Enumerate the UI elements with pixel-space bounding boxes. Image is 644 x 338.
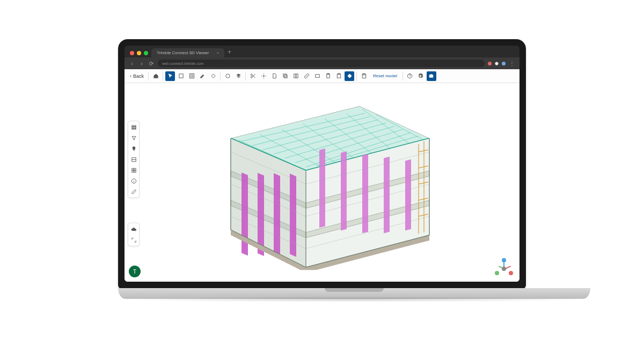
grid-icon[interactable] [130, 166, 137, 174]
svg-rect-56 [341, 151, 347, 231]
svg-rect-2 [191, 75, 193, 77]
url-input[interactable]: web.connect.trimble.com [158, 60, 485, 67]
svg-rect-19 [131, 127, 135, 128]
separator [245, 72, 246, 80]
document-icon[interactable] [269, 71, 279, 81]
close-window-icon[interactable] [130, 51, 134, 55]
axis-z-icon [502, 258, 506, 262]
maximize-window-icon[interactable] [144, 51, 148, 55]
svg-rect-59 [405, 159, 411, 231]
separator [356, 72, 357, 80]
url-text: web.connect.trimble.com [162, 62, 203, 65]
minimize-window-icon[interactable] [137, 51, 141, 55]
briefcase-icon[interactable] [427, 71, 436, 81]
screen-bezel: Trimble Connect 3D Viewer × + ‹ › ⟳ web.… [118, 39, 526, 289]
svg-rect-57 [362, 154, 368, 233]
clip-icon[interactable] [130, 156, 137, 163]
circle-icon[interactable] [223, 71, 232, 81]
back-label: Back [133, 74, 144, 79]
profile-icon[interactable] [502, 62, 506, 65]
laptop-base [118, 288, 590, 299]
link-icon[interactable] [302, 71, 311, 81]
layers-panel-icon[interactable] [130, 123, 137, 131]
save-icon[interactable] [359, 71, 369, 81]
rect-icon[interactable] [312, 71, 322, 81]
expand-icon[interactable] [130, 236, 137, 244]
reset-label: Reset model [373, 74, 397, 78]
chevron-left-icon: ‹ [130, 74, 131, 79]
svg-rect-11 [315, 75, 319, 78]
svg-rect-1 [189, 74, 194, 78]
svg-rect-0 [179, 74, 182, 78]
measure-icon[interactable] [130, 188, 137, 195]
filter-icon[interactable] [130, 134, 137, 142]
svg-point-3 [225, 74, 229, 78]
fit-view-icon[interactable] [187, 71, 196, 81]
help-icon[interactable] [405, 71, 415, 81]
nav-back-icon[interactable]: ‹ [129, 61, 135, 67]
info-icon[interactable] [130, 177, 137, 185]
svg-rect-8 [283, 74, 286, 77]
svg-rect-24 [131, 170, 133, 172]
settings-alt-icon[interactable] [259, 71, 268, 81]
separator [163, 72, 163, 80]
clipboard-icon[interactable] [323, 71, 333, 81]
svg-rect-54 [290, 174, 296, 257]
browser-tab-strip: Trimble Connect 3D Viewer × + [125, 46, 519, 57]
new-tab-button[interactable]: + [224, 48, 235, 57]
badge-text: T [133, 269, 136, 275]
laptop-frame: Trimble Connect 3D Viewer × + ‹ › ⟳ web.… [118, 39, 526, 299]
svg-rect-53 [274, 173, 280, 256]
status-badge[interactable]: T [129, 266, 141, 277]
axis-x-icon [509, 271, 513, 275]
diamond-icon[interactable] [345, 71, 354, 81]
side-toolbar-secondary [128, 223, 140, 246]
separator [148, 72, 149, 80]
app-viewer: ‹ Back [125, 69, 519, 282]
svg-rect-10 [296, 74, 297, 78]
gear-icon[interactable] [416, 71, 426, 81]
edit-icon[interactable] [197, 71, 207, 81]
section-icon[interactable] [208, 71, 218, 81]
reset-model-button[interactable]: Reset model [370, 74, 400, 78]
home-icon[interactable] [151, 71, 160, 81]
back-button[interactable]: ‹ Back [128, 74, 146, 79]
top-toolbar: ‹ Back [125, 69, 519, 83]
layers-icon[interactable] [233, 71, 243, 81]
svg-rect-15 [363, 74, 365, 75]
svg-rect-9 [294, 74, 295, 78]
model-3d[interactable] [193, 87, 451, 270]
svg-rect-18 [131, 125, 135, 126]
match-icon[interactable] [291, 71, 301, 81]
extension-icon[interactable] [495, 62, 499, 65]
pointer-tool-icon[interactable] [165, 71, 175, 81]
nav-reload-icon[interactable]: ⟳ [148, 61, 155, 67]
cloud-icon[interactable] [130, 225, 137, 233]
close-tab-icon[interactable]: × [216, 50, 219, 55]
svg-rect-58 [384, 157, 390, 233]
svg-rect-55 [319, 149, 325, 228]
paste-icon[interactable] [334, 71, 343, 81]
axis-gizmo[interactable] [495, 258, 513, 276]
nav-forward-icon[interactable]: › [138, 61, 145, 67]
svg-rect-7 [284, 75, 287, 78]
side-toolbar-panels [128, 121, 140, 198]
address-bar-icons: ⋮ [488, 61, 515, 67]
extension-icon[interactable] [488, 62, 492, 65]
svg-point-5 [251, 76, 252, 78]
copy-icon[interactable] [280, 71, 290, 81]
svg-rect-25 [134, 170, 135, 172]
pin-icon[interactable] [130, 145, 137, 152]
svg-rect-17 [429, 75, 433, 78]
viewport-3d[interactable]: T [125, 83, 519, 282]
browser-tab[interactable]: Trimble Connect 3D Viewer × [151, 48, 224, 57]
svg-point-4 [251, 74, 252, 76]
select-box-icon[interactable] [176, 71, 186, 81]
browser-address-bar: ‹ › ⟳ web.connect.trimble.com ⋮ [125, 57, 519, 69]
browser-menu-icon[interactable]: ⋮ [509, 61, 515, 67]
svg-rect-23 [134, 168, 135, 170]
window-controls [129, 51, 151, 57]
scissors-icon[interactable] [248, 71, 258, 81]
screen: Trimble Connect 3D Viewer × + ‹ › ⟳ web.… [125, 46, 519, 282]
separator [402, 72, 403, 80]
